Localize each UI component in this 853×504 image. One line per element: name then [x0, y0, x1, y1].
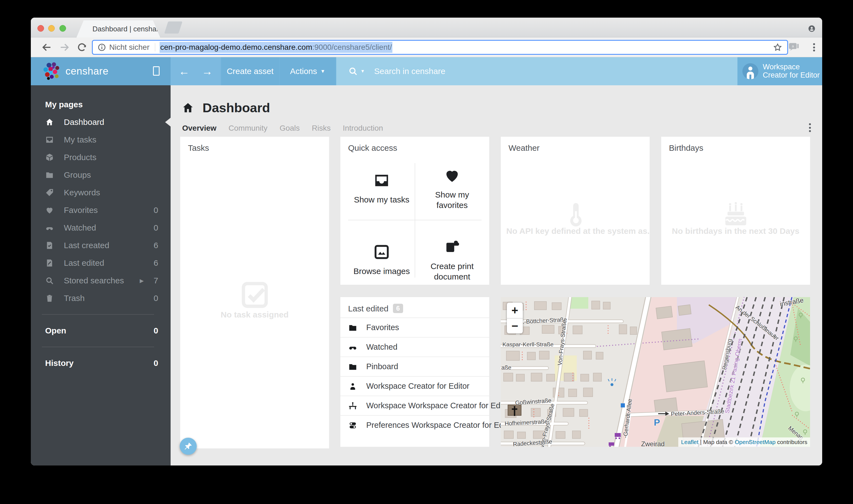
thermometer-icon: [562, 201, 588, 228]
forward-icon[interactable]: [59, 42, 70, 53]
reload-icon[interactable]: [76, 42, 88, 53]
expand-arrow-icon[interactable]: ▶: [140, 277, 144, 284]
global-search[interactable]: ▼: [336, 57, 738, 85]
url-path: :9000/censhare5/client/: [312, 43, 392, 51]
browser-window: Dashboard | censhare Web × Nicht sicher: [31, 18, 822, 466]
sidebar-item-open[interactable]: Open 0: [31, 322, 171, 340]
sidebar-item-last-edited[interactable]: Last edited 6: [31, 254, 171, 272]
extension-cast-icon[interactable]: a: [788, 42, 799, 52]
street-label: aße: [501, 364, 511, 371]
minimize-window-button[interactable]: [48, 25, 55, 32]
sidebar-item-my-tasks[interactable]: My tasks: [31, 131, 171, 148]
pinboard-fab-button[interactable]: [180, 438, 197, 455]
close-window-button[interactable]: [37, 25, 44, 32]
last-edited-card: Last edited6 Favorites Watched Pinboard: [340, 297, 489, 447]
zoom-in-button[interactable]: +: [507, 303, 523, 318]
poi-label: Zweirad: [641, 440, 664, 447]
empty-state-text: No task assigned: [180, 310, 329, 319]
browser-tab-strip: Dashboard | censhare Web ×: [31, 18, 822, 37]
image-icon: [373, 244, 390, 260]
tab-overview[interactable]: Overview: [182, 124, 216, 132]
list-item-pinboard[interactable]: Pinboard: [340, 357, 489, 376]
tab-risks[interactable]: Risks: [312, 124, 331, 132]
trash-icon: [45, 294, 54, 303]
main-area: My pages Dashboard My tasks Products Gro…: [31, 85, 822, 466]
tab-close-icon[interactable]: ×: [183, 25, 188, 33]
svg-text:a: a: [792, 44, 794, 48]
list-item-favorites[interactable]: Favorites: [340, 318, 489, 337]
card-title: Quick access: [348, 143, 397, 153]
sidebar-item-groups[interactable]: Groups: [31, 166, 171, 184]
list-item-preferences-workspace[interactable]: Preferences Workspace Creator for Editor: [340, 415, 489, 435]
print-document-icon: [444, 238, 461, 256]
tab-goals[interactable]: Goals: [280, 124, 300, 132]
page-info-icon[interactable]: [98, 43, 106, 51]
sidebar-item-stored-searches[interactable]: Stored searches ▶ 7: [31, 272, 171, 289]
inbox-icon: [373, 172, 390, 189]
search-icon[interactable]: [348, 67, 358, 76]
sidebar-section-title: My pages: [31, 96, 171, 113]
osm-link[interactable]: OpenStreetMap: [735, 439, 776, 445]
user-menu[interactable]: Workspace Creator for Editor: [738, 57, 822, 85]
heart-icon: [444, 167, 461, 184]
zoom-out-button[interactable]: −: [507, 318, 523, 334]
browser-toolbar: Nicht sicher cen-pro-magalog-demo.demo.c…: [31, 37, 822, 57]
create-asset-button[interactable]: Create asset: [221, 57, 279, 85]
sidebar-item-keywords[interactable]: Keywords: [31, 184, 171, 201]
quick-access-create-print-document[interactable]: Create print document: [419, 238, 485, 282]
url-text[interactable]: cen-pro-magalog-demo.demo.censhare.com:9…: [160, 42, 392, 53]
back-icon[interactable]: [41, 42, 52, 53]
sidebar-item-favorites[interactable]: Favorites 0: [31, 201, 171, 219]
divider: [415, 163, 415, 277]
censhare-app-bar: censhare ← → Create asset Actions ▼ ▼: [31, 57, 822, 85]
map-attribution: Leaflet | Map data © OpenStreetMap contr…: [678, 437, 810, 447]
censhare-logo-area[interactable]: censhare: [31, 57, 171, 85]
quick-access-show-my-favorites[interactable]: Show my favorites: [419, 167, 485, 210]
document-pencil-icon: [45, 258, 54, 267]
sidebar-item-dashboard[interactable]: Dashboard: [31, 113, 171, 131]
sidebar-item-watched[interactable]: Watched 0: [31, 219, 171, 237]
nav-forward-icon[interactable]: →: [202, 66, 213, 77]
browser-menu-icon[interactable]: [812, 42, 816, 53]
list-item-workspace[interactable]: Workspace Creator for Editor: [340, 376, 489, 396]
pushpin-icon: [184, 442, 193, 451]
desk-icon: [348, 401, 357, 411]
sidebar-item-products[interactable]: Products: [31, 148, 171, 166]
quick-access-show-my-tasks[interactable]: Show my tasks: [349, 172, 415, 205]
empty-state-text: No birthdays in the next 30 Days: [661, 227, 810, 236]
last-edited-rows: Favorites Watched Pinboard Workspace Cre…: [340, 318, 489, 435]
collapse-sidebar-icon[interactable]: [153, 66, 160, 76]
browser-tab[interactable]: Dashboard | censhare Web ×: [76, 20, 160, 37]
fullscreen-window-button[interactable]: [59, 25, 66, 32]
folder-icon: [348, 323, 357, 332]
nav-back-icon[interactable]: ←: [179, 66, 190, 77]
sidebar-item-history[interactable]: History 0: [31, 354, 171, 372]
list-item-watched[interactable]: Watched: [340, 337, 489, 357]
parking-label: P: [654, 417, 660, 428]
street-label: Kaspar-Kerll-Straße: [502, 341, 554, 348]
bookmark-star-icon[interactable]: [773, 43, 782, 52]
avatar: [742, 63, 758, 79]
security-status[interactable]: Nicht sicher: [109, 43, 149, 52]
sidebar-divider: [42, 347, 154, 347]
search-scope-caret-icon[interactable]: ▼: [360, 69, 365, 74]
tab-community[interactable]: Community: [229, 124, 268, 132]
sidebar-item-last-created[interactable]: Last created 6: [31, 237, 171, 254]
browser-profile-icon[interactable]: [808, 25, 816, 33]
tab-introduction[interactable]: Introduction: [343, 124, 383, 132]
binoculars-icon: [348, 343, 357, 352]
address-bar[interactable]: Nicht sicher cen-pro-magalog-demo.demo.c…: [92, 40, 788, 55]
more-options-icon[interactable]: [808, 122, 812, 134]
sidebar-item-trash[interactable]: Trash 0: [31, 289, 171, 307]
actions-button[interactable]: Actions ▼: [280, 57, 336, 85]
leaflet-map[interactable]: Dr.-Böttcher-Straße Von-Frays-Straße Kas…: [501, 297, 810, 447]
url-separator: [155, 43, 155, 51]
map-card: Dr.-Böttcher-Straße Von-Frays-Straße Kas…: [501, 297, 810, 447]
new-tab-button[interactable]: [164, 21, 182, 34]
list-item-workspace-workspace[interactable]: Workspace Workspace Creator for Editor: [340, 396, 489, 415]
quick-access-browse-images[interactable]: Browse images: [349, 244, 415, 276]
leaflet-link[interactable]: Leaflet: [681, 439, 698, 445]
weather-card: Weather No API key defined at the system…: [501, 137, 650, 285]
search-input[interactable]: [374, 67, 622, 76]
birthday-cake-icon: [721, 201, 750, 228]
